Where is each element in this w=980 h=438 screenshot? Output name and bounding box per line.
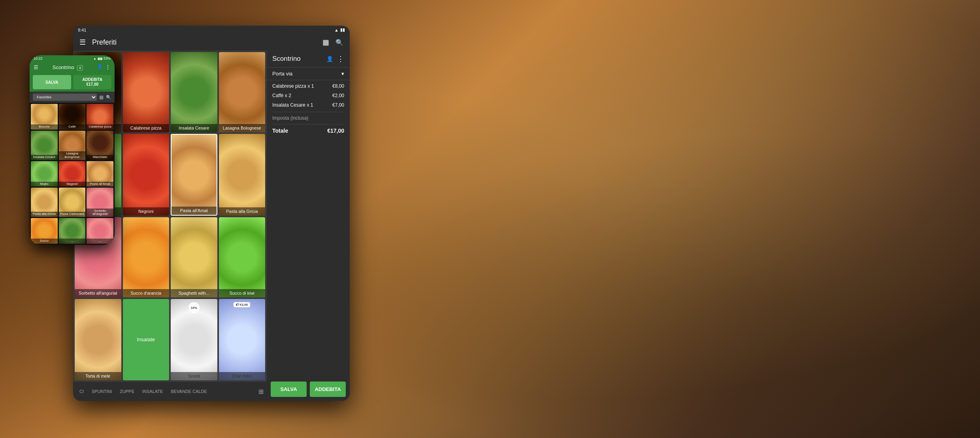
menu-item-insalate[interactable]: Insalate bbox=[123, 299, 170, 380]
receipt-title: Scontrino bbox=[272, 55, 301, 63]
category-ci[interactable]: CI bbox=[76, 387, 87, 395]
category-bar: CI SPUNTINI ZUPPE INSALATE BEVANDE CALDE bbox=[73, 382, 267, 401]
phone-person-add-icon[interactable]: 👤 bbox=[97, 64, 103, 70]
menu-item-torta-label: Torta di mele bbox=[75, 372, 121, 380]
phone-item-macchiato-label: Macchiato bbox=[87, 155, 113, 160]
phone-badge: 8 bbox=[77, 65, 83, 71]
phone-signal-icon: ▮▮▮ bbox=[98, 57, 102, 60]
phone-items-grid: Brioche Caffè Calabrese pizza Insalata C… bbox=[30, 103, 115, 245]
phone-item-lasagna[interactable]: Lasagna Bolognese bbox=[59, 131, 86, 160]
qr-icon[interactable]: ▦ bbox=[322, 38, 329, 47]
addebita-button[interactable]: ADDEBITA bbox=[310, 382, 346, 397]
menu-item-spaghetti[interactable]: Spaghetti with... bbox=[171, 217, 217, 297]
phone-more-icon[interactable]: ⋮ bbox=[105, 64, 111, 70]
menu-item-pasta-amat-label: Pasta all'Amat bbox=[172, 207, 217, 215]
phone-item-negroni[interactable]: Negroni bbox=[59, 161, 86, 187]
receipt-delivery-dropdown[interactable]: Porta via ▾ bbox=[267, 68, 350, 80]
menu-item-sconti-label: Sconti bbox=[171, 372, 217, 380]
menu-item-sconti[interactable]: 10% Sconti bbox=[171, 299, 217, 380]
phone-item-pasta-carb[interactable]: Pasta Carbonara bbox=[59, 188, 86, 217]
more-vert-icon[interactable]: ⋮ bbox=[337, 55, 344, 63]
tablet-header-left: Preferiti bbox=[79, 38, 117, 47]
phone-item-mojito-label: Mojito bbox=[31, 182, 58, 187]
category-zuppe[interactable]: ZUPPE bbox=[117, 387, 138, 395]
orari-tag: 🏷€2,00 bbox=[234, 302, 250, 307]
tax-label: Imposta (inclusa) bbox=[272, 115, 308, 121]
receipt-item-caffe: Caffè x 2 €2,00 bbox=[272, 93, 344, 98]
menu-item-insalate-label: Insalate bbox=[136, 335, 156, 344]
tablet-status-icons: ▲ ▮▮ bbox=[334, 27, 345, 32]
menu-item-pasta-amat-bg bbox=[172, 135, 217, 215]
wifi-icon: ▲ bbox=[334, 28, 339, 32]
phone-item-misc[interactable]: ... bbox=[87, 218, 113, 244]
menu-item-pasta-amat[interactable]: Pasta all'Amat bbox=[171, 134, 217, 216]
menu-item-orari[interactable]: 🏷€2,00 Orari felici bbox=[219, 299, 266, 380]
phone-item-pasta-gricia-label: Pasta alla Gricia bbox=[31, 212, 58, 217]
menu-item-negroni[interactable]: Negroni bbox=[123, 134, 170, 216]
menu-item-lasagna[interactable]: Lasagna Bolognese bbox=[219, 52, 266, 132]
phone-time: 10:22 bbox=[34, 56, 43, 60]
phone-item-brioche-label: Brioche bbox=[31, 124, 58, 130]
menu-item-calabrese[interactable]: Calabrese pizza bbox=[123, 52, 170, 132]
menu-item-succo-kiwi[interactable]: Succo di kiwi bbox=[219, 217, 266, 297]
menu-item-orari-label: Orari felici bbox=[219, 372, 266, 380]
category-insalate[interactable]: INSALATE bbox=[139, 387, 166, 395]
menu-item-sorbetto-label: Sorbetto all'anguriat bbox=[75, 289, 121, 297]
phone-item-insalata2[interactable]: ... bbox=[59, 218, 86, 244]
menu-item-torta[interactable]: Torta di mele bbox=[75, 299, 121, 380]
phone-item-succo[interactable]: Succo bbox=[31, 218, 58, 244]
hamburger-icon[interactable] bbox=[79, 38, 86, 47]
phone-item-negroni-label: Negroni bbox=[59, 182, 86, 187]
phone-addebita-button[interactable]: ADDEBITA€17,00 bbox=[74, 75, 112, 89]
tablet-time: 9:41 bbox=[78, 28, 86, 32]
menu-item-insalata[interactable]: Insalata Cesare bbox=[171, 52, 217, 132]
receipt-header: Scontrino 👤 ⋮ bbox=[267, 51, 350, 68]
sconti-badge: 10% bbox=[188, 302, 200, 313]
menu-item-pasta-gricia[interactable]: Pasta alla Gricia bbox=[219, 134, 266, 216]
menu-item-succo-kiwi-bg bbox=[219, 217, 266, 297]
phone-salva-button[interactable]: SALVA bbox=[33, 75, 71, 89]
menu-item-spaghetti-label: Spaghetti with... bbox=[171, 289, 217, 297]
total-value: €17,00 bbox=[327, 128, 344, 134]
phone-item-pasta-amat[interactable]: Pasta all'Amat bbox=[87, 161, 113, 187]
phone-item-brioche[interactable]: Brioche bbox=[31, 104, 58, 130]
tablet-header: Preferiti ▦ 🔍 bbox=[73, 34, 350, 51]
total-label: Totale bbox=[272, 128, 288, 134]
phone-item-calabrese[interactable]: Calabrese pizza bbox=[87, 104, 113, 130]
phone-action-bar: SALVA ADDEBITA€17,00 bbox=[30, 73, 115, 92]
receipt-item-insalata-name: Insalata Cesare x 1 bbox=[272, 102, 332, 108]
grid-view-icon[interactable] bbox=[258, 388, 264, 395]
phone-item-sorbetto[interactable]: Sorbetto all'anguriat bbox=[87, 188, 113, 217]
tablet-body: Caffè Calabrese pizza Insalata Cesare La… bbox=[73, 51, 350, 401]
phone-hamburger-icon[interactable]: ☰ bbox=[34, 64, 38, 70]
receipt-header-icons: 👤 ⋮ bbox=[326, 55, 344, 63]
phone-filter-bar: Favorites ▦ 🔍 bbox=[30, 92, 115, 103]
receipt-item-insalata: Insalata Cesare x 1 €7,00 bbox=[272, 102, 344, 108]
phone-item-sorbetto-label: Sorbetto all'anguriat bbox=[87, 209, 113, 217]
menu-item-torta-bg bbox=[75, 299, 121, 380]
receipt-total: Totale €17,00 bbox=[272, 124, 344, 137]
receipt-item-calabrese-price: €8,00 bbox=[332, 83, 344, 89]
phone-qr-icon[interactable]: ▦ bbox=[99, 94, 104, 100]
phone-item-insalata[interactable]: Insalata Cesare bbox=[31, 131, 58, 160]
phone-item-caffe-label: Caffè bbox=[59, 124, 86, 130]
menu-item-succo[interactable]: Succo d'arancia bbox=[123, 217, 170, 297]
phone-item-caffe[interactable]: Caffè bbox=[59, 104, 86, 130]
phone-item-misc-label: ... bbox=[87, 239, 113, 244]
phone-status-icons: ▲ ▮▮▮ 53% bbox=[93, 56, 111, 60]
search-icon[interactable]: 🔍 bbox=[335, 39, 343, 46]
phone-item-pasta-gricia[interactable]: Pasta alla Gricia bbox=[31, 188, 58, 217]
category-bevande[interactable]: BEVANDE CALDE bbox=[168, 387, 210, 395]
phone-filter-select[interactable]: Favorites bbox=[33, 94, 97, 101]
phone-item-mojito[interactable]: Mojito bbox=[31, 161, 58, 187]
category-spuntini[interactable]: SPUNTINI bbox=[89, 387, 115, 395]
phone-title: Scontrino 8 bbox=[53, 64, 83, 70]
menu-item-succo-label: Succo d'arancia bbox=[123, 289, 170, 297]
person-add-icon[interactable]: 👤 bbox=[326, 56, 333, 62]
menu-item-negroni-bg bbox=[123, 134, 170, 216]
phone-header-actions: 👤 ⋮ bbox=[97, 64, 111, 70]
menu-item-succo-bg bbox=[123, 217, 170, 297]
phone-item-macchiato[interactable]: Macchiato bbox=[87, 131, 113, 160]
phone-search-icon[interactable]: 🔍 bbox=[106, 95, 111, 100]
salva-button[interactable]: SALVA bbox=[271, 382, 307, 397]
